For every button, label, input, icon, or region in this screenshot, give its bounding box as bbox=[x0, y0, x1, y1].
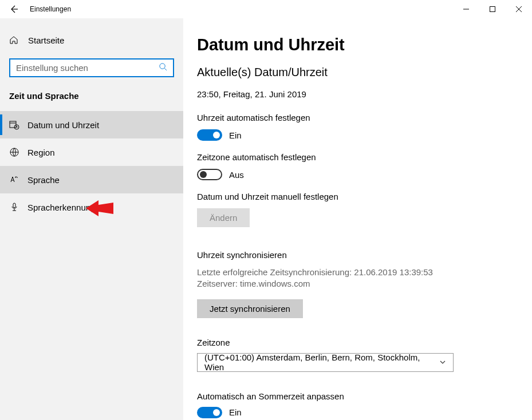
nav-item-datetime[interactable]: Datum und Uhrzeit bbox=[0, 111, 183, 138]
close-button[interactable] bbox=[506, 0, 532, 18]
sync-section: Uhrzeit synchronisieren Letzte erfolgrei… bbox=[197, 250, 532, 318]
svg-rect-0 bbox=[490, 7, 495, 12]
nav-label: Sprache bbox=[27, 175, 60, 185]
home-icon bbox=[9, 35, 18, 45]
current-datetime: 23:50, Freitag, 21. Juni 2019 bbox=[197, 89, 532, 99]
nav-item-language[interactable]: Sprache bbox=[0, 166, 183, 193]
chevron-down-icon bbox=[439, 358, 446, 367]
maximize-button[interactable] bbox=[479, 0, 506, 18]
globe-icon bbox=[9, 148, 19, 157]
main-content: Datum und Uhrzeit Aktuelle(s) Datum/Uhrz… bbox=[183, 18, 532, 420]
dst-label: Automatisch an Sommerzeit anpassen bbox=[197, 391, 532, 401]
back-button[interactable] bbox=[0, 0, 27, 18]
svg-point-1 bbox=[160, 64, 165, 69]
microphone-icon bbox=[9, 203, 19, 212]
setting-auto-timezone: Zeitzone automatisch festlegen Aus bbox=[197, 152, 532, 180]
language-icon bbox=[9, 175, 19, 184]
window-controls bbox=[453, 0, 532, 18]
page-title: Datum und Uhrzeit bbox=[197, 35, 532, 54]
auto-time-label: Uhrzeit automatisch festlegen bbox=[197, 113, 532, 122]
auto-timezone-toggle[interactable] bbox=[197, 169, 222, 180]
search-input[interactable] bbox=[16, 60, 159, 76]
sync-info: Letzte erfolgreiche Zeitsynchronisierung… bbox=[197, 267, 532, 290]
timezone-value: (UTC+01:00) Amsterdam, Berlin, Bern, Rom… bbox=[204, 352, 439, 372]
change-button: Ändern bbox=[197, 208, 250, 227]
setting-manual: Datum und Uhrzeit manuell festlegen Ände… bbox=[197, 192, 532, 227]
dst-toggle[interactable] bbox=[197, 407, 222, 418]
nav-item-region[interactable]: Region bbox=[0, 138, 183, 166]
window-title: Einstellungen bbox=[30, 5, 71, 13]
auto-timezone-label: Zeitzone automatisch festlegen bbox=[197, 152, 532, 162]
calendar-clock-icon bbox=[9, 120, 19, 130]
home-label: Startseite bbox=[28, 35, 64, 45]
nav-item-speech[interactable]: Spracherkennung bbox=[0, 193, 183, 221]
toggle-state: Aus bbox=[229, 170, 244, 180]
container: Startseite Zeit und Sprache Datum und Uh… bbox=[0, 18, 532, 420]
titlebar: Einstellungen bbox=[0, 0, 532, 18]
nav-label: Region bbox=[27, 148, 55, 157]
search-box[interactable] bbox=[9, 58, 174, 77]
sync-title: Uhrzeit synchronisieren bbox=[197, 250, 532, 260]
section-subtitle: Aktuelle(s) Datum/Uhrzeit bbox=[197, 66, 532, 79]
toggle-state: Ein bbox=[229, 130, 242, 140]
home-link[interactable]: Startseite bbox=[0, 29, 183, 51]
timezone-label: Zeitzone bbox=[197, 338, 532, 347]
svg-rect-5 bbox=[13, 203, 15, 208]
toggle-state: Ein bbox=[229, 407, 242, 417]
svg-rect-2 bbox=[10, 121, 16, 128]
category-header: Zeit und Sprache bbox=[0, 77, 183, 111]
sidebar: Startseite Zeit und Sprache Datum und Uh… bbox=[0, 18, 183, 420]
auto-time-toggle[interactable] bbox=[197, 129, 222, 141]
manual-label: Datum und Uhrzeit manuell festlegen bbox=[197, 192, 532, 201]
sync-now-button[interactable]: Jetzt synchronisieren bbox=[197, 299, 303, 318]
nav-label: Datum und Uhrzeit bbox=[27, 120, 99, 130]
setting-auto-time: Uhrzeit automatisch festlegen Ein bbox=[197, 113, 532, 141]
nav-label: Spracherkennung bbox=[27, 203, 95, 212]
minimize-button[interactable] bbox=[453, 0, 479, 18]
timezone-dropdown[interactable]: (UTC+01:00) Amsterdam, Berlin, Bern, Rom… bbox=[197, 353, 454, 372]
search-icon bbox=[159, 62, 167, 73]
